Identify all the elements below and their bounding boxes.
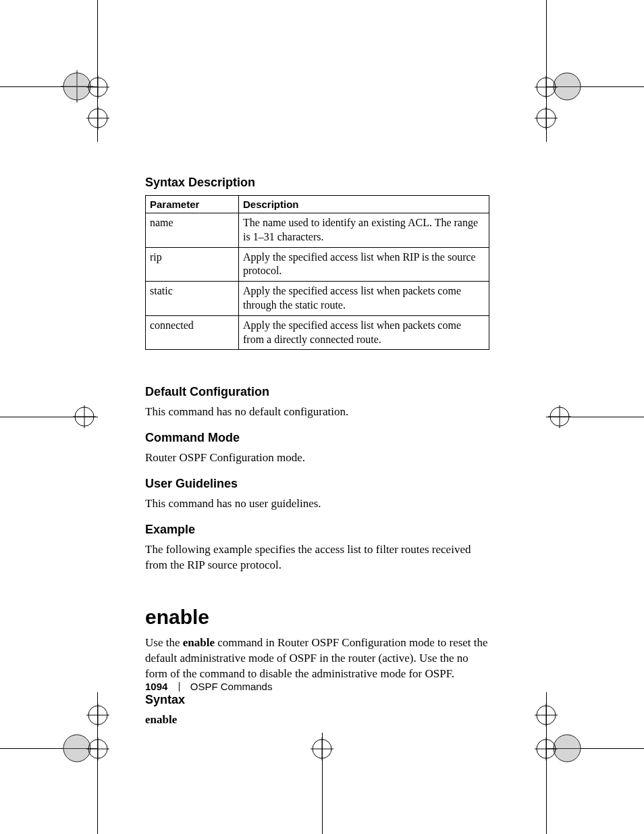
- page-footer: 1094 OSPF Commands: [145, 681, 272, 692]
- text-default-configuration: This command has no default configuratio…: [145, 405, 489, 420]
- page-content: Syntax Description Parameter Description…: [145, 176, 489, 737]
- registration-mark-icon: [86, 704, 109, 727]
- table-row: static Apply the specified access list w…: [146, 282, 489, 316]
- text-fragment: Use the: [145, 636, 183, 649]
- text-enable-description: Use the enable command in Router OSPF Co…: [145, 635, 489, 682]
- syntax-description-table: Parameter Description name The name used…: [145, 195, 489, 350]
- text-bold-enable: enable: [183, 636, 215, 649]
- crop-line: [97, 692, 98, 834]
- heading-user-guidelines: User Guidelines: [145, 477, 489, 491]
- heading-syntax: Syntax: [145, 693, 489, 707]
- heading-default-configuration: Default Configuration: [145, 385, 489, 399]
- cell-param: rip: [146, 247, 239, 282]
- crop-line: [97, 0, 98, 142]
- heading-enable: enable: [145, 606, 489, 629]
- cell-param: static: [146, 282, 239, 316]
- crop-line: [546, 0, 547, 142]
- footer-separator: [179, 682, 180, 692]
- cell-desc: The name used to identify an existing AC…: [239, 213, 489, 248]
- crop-line: [546, 86, 644, 87]
- registration-mark-icon: [86, 737, 109, 760]
- table-row: name The name used to identify an existi…: [146, 213, 489, 248]
- svg-point-26: [88, 706, 107, 725]
- heading-syntax-description: Syntax Description: [145, 176, 489, 190]
- cell-param: name: [146, 213, 239, 248]
- crop-line: [546, 692, 547, 834]
- crop-line: [546, 748, 644, 749]
- col-header-description: Description: [239, 196, 489, 213]
- table-row: connected Apply the specified access lis…: [146, 315, 489, 350]
- svg-point-7: [88, 109, 107, 128]
- svg-point-4: [88, 78, 107, 97]
- crop-line: [546, 417, 644, 417]
- crop-line: [0, 417, 98, 417]
- registration-mark-icon: [86, 76, 109, 99]
- table-header-row: Parameter Description: [146, 196, 489, 213]
- cell-desc: Apply the specified access list when pac…: [239, 282, 489, 316]
- col-header-parameter: Parameter: [146, 196, 239, 213]
- registration-mark-icon: [86, 107, 109, 130]
- cell-param: connected: [146, 315, 239, 350]
- crop-line: [0, 86, 98, 87]
- text-example: The following example specifies the acce…: [145, 542, 489, 573]
- text-syntax-enable: enable: [145, 712, 489, 728]
- page-number: 1094: [145, 681, 167, 692]
- crop-line: [322, 733, 323, 834]
- cell-desc: Apply the specified access list when pac…: [239, 315, 489, 350]
- table-row: rip Apply the specified access list when…: [146, 247, 489, 282]
- text-user-guidelines: This command has no user guidelines.: [145, 496, 489, 512]
- cell-desc: Apply the specified access list when RIP…: [239, 247, 489, 282]
- text-command-mode: Router OSPF Configuration mode.: [145, 450, 489, 466]
- heading-example: Example: [145, 523, 489, 537]
- chapter-title: OSPF Commands: [190, 681, 273, 692]
- heading-command-mode: Command Mode: [145, 431, 489, 445]
- svg-point-29: [88, 739, 107, 758]
- crop-line: [0, 748, 98, 749]
